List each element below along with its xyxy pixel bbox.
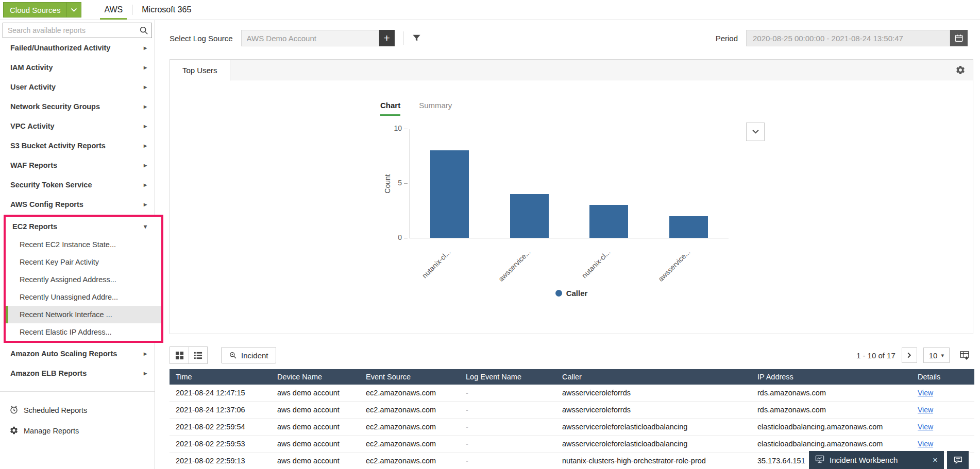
sidebar-subitem-recent-ec2-instance-state[interactable]: Recent EC2 Instance State... xyxy=(6,236,161,253)
sidebar-item-label: EC2 Reports xyxy=(12,222,57,231)
cell-log-event-name: - xyxy=(460,436,556,453)
chevron-right-icon: ▸ xyxy=(144,103,147,110)
table-row: 2021-08-24 12:47:15aws demo accountec2.a… xyxy=(170,385,974,402)
chat-button[interactable] xyxy=(947,451,969,469)
cell-caller: awsserviceroleforelasticloadbalancing xyxy=(556,419,751,436)
cell-caller: awsserviceroleforrds xyxy=(556,402,751,419)
sidebar-item-label: VPC Activity xyxy=(10,122,55,130)
cell-event-source: ec2.amazonaws.com xyxy=(360,453,460,469)
cell-event-source: ec2.amazonaws.com xyxy=(360,385,460,402)
list-icon xyxy=(194,351,202,360)
sidebar-item-amazon-auto-scaling-reports[interactable]: Amazon Auto Scaling Reports▸ xyxy=(0,344,155,363)
sidebar-item-security-token-service[interactable]: Security Token Service▸ xyxy=(0,175,155,195)
sidebar-item-label: Amazon ELB Reports xyxy=(10,369,87,377)
sidebar-subitem-recent-elastic-ip-address[interactable]: Recent Elastic IP Address... xyxy=(6,323,161,341)
report-category-list: Failed/Unauthorized Activity▸IAM Activit… xyxy=(0,38,155,383)
panel-settings-gear-icon[interactable] xyxy=(955,65,966,75)
chevron-down-icon xyxy=(752,129,759,135)
sidebar-item-label: S3 Bucket Activity Reports xyxy=(10,142,106,150)
cell-ip-address: rds.amazonaws.com xyxy=(751,402,911,419)
export-button[interactable] xyxy=(956,348,973,363)
chevron-right-icon: ▸ xyxy=(144,64,147,71)
search-icon[interactable] xyxy=(136,26,151,35)
column-header-caller: Caller xyxy=(556,369,751,385)
chevron-right-icon: ▸ xyxy=(144,201,147,208)
tab-microsoft-365[interactable]: Microsoft 365 xyxy=(132,0,200,20)
pagination: 1 - 10 of 17 10 ▾ xyxy=(856,348,973,363)
top-bar: Cloud Sources AWS Microsoft 365 xyxy=(0,0,980,20)
tab-top-users[interactable]: Top Users xyxy=(170,60,230,81)
search-input[interactable] xyxy=(3,26,136,34)
log-source-input[interactable] xyxy=(241,30,379,46)
filter-icon[interactable] xyxy=(412,33,421,43)
sidebar-item-label: AWS Config Reports xyxy=(10,200,83,209)
bar-3-nutanix-cl[interactable] xyxy=(589,205,628,238)
sidebar-item-failed-unauthorized-activity[interactable]: Failed/Unauthorized Activity▸ xyxy=(0,38,155,58)
cell-log-event-name: - xyxy=(460,419,556,436)
period-input[interactable] xyxy=(746,30,950,46)
cloud-sources-label: Cloud Sources xyxy=(4,3,66,17)
sidebar-subitem-recent-network-interface[interactable]: Recent Network Interface ... xyxy=(6,306,161,323)
cell-time: 2021-08-02 22:59:54 xyxy=(170,419,271,436)
cell-ip-address: rds.amazonaws.com xyxy=(751,385,911,402)
cell-ip-address: elasticloadbalancing.amazonaws.com xyxy=(751,419,911,436)
sidebar-footer: Scheduled Reports Manage Reports xyxy=(0,391,155,441)
sidebar-item-label: User Activity xyxy=(10,83,56,91)
sidebar-subitem-recent-key-pair-activity[interactable]: Recent Key Pair Activity xyxy=(6,253,161,271)
sidebar-item-iam-activity[interactable]: IAM Activity▸ xyxy=(0,58,155,77)
view-link[interactable]: View xyxy=(918,440,933,448)
cell-time: 2021-08-24 12:37:06 xyxy=(170,402,271,419)
sidebar-item-amazon-elb-reports[interactable]: Amazon ELB Reports▸ xyxy=(0,363,155,383)
cell-device-name: aws demo account xyxy=(271,419,360,436)
grid-view-button[interactable] xyxy=(170,347,189,363)
sidebar-item-aws-config-reports[interactable]: AWS Config Reports▸ xyxy=(0,195,155,214)
view-link[interactable]: View xyxy=(918,406,933,414)
tab-chart[interactable]: Chart xyxy=(380,101,400,116)
cell-device-name: aws demo account xyxy=(271,402,360,419)
sidebar-subitem-recently-assigned-address[interactable]: Recently Assigned Address... xyxy=(6,271,161,288)
cloud-sources-dropdown[interactable]: Cloud Sources xyxy=(3,2,81,18)
chevron-right-icon: ▸ xyxy=(144,350,147,357)
chart-options-dropdown[interactable] xyxy=(746,123,765,141)
sidebar-item-vpc-activity[interactable]: VPC Activity▸ xyxy=(0,116,155,136)
chart-container: Chart Summary Count 0510 nutanix-cl...aw… xyxy=(373,101,770,299)
tab-aws[interactable]: AWS xyxy=(95,0,132,20)
sidebar-subitem-recently-unassigned-addre[interactable]: Recently Unassigned Addre... xyxy=(6,288,161,306)
close-icon[interactable]: × xyxy=(933,455,938,465)
sidebar-item-label: Failed/Unauthorized Activity xyxy=(10,44,110,52)
bar-2-awsservice[interactable] xyxy=(510,194,549,238)
export-table-icon xyxy=(959,350,970,360)
sidebar-item-waf-reports[interactable]: WAF Reports▸ xyxy=(0,155,155,175)
view-toggle-group xyxy=(170,346,208,364)
incident-label: Incident xyxy=(241,351,268,360)
add-log-source-button[interactable]: + xyxy=(379,30,395,46)
sidebar-item-s3-bucket-activity-reports[interactable]: S3 Bucket Activity Reports▸ xyxy=(0,136,155,155)
incident-workbench-bar[interactable]: Incident Workbench × xyxy=(809,451,944,469)
sidebar-item-user-activity[interactable]: User Activity▸ xyxy=(0,77,155,97)
cell-ip-address: elasticloadbalancing.amazonaws.com xyxy=(751,436,911,453)
sidebar-item-scheduled-reports[interactable]: Scheduled Reports xyxy=(0,400,155,421)
report-panel: Top Users Chart Summary Count 0510 nutan… xyxy=(170,59,973,334)
table-row: 2021-08-24 12:37:06aws demo accountec2.a… xyxy=(170,402,974,419)
tab-summary[interactable]: Summary xyxy=(419,101,452,116)
list-view-button[interactable] xyxy=(189,347,207,363)
table-row: 2021-08-02 22:59:53aws demo accountec2.a… xyxy=(170,436,974,453)
page-size-dropdown[interactable]: 10 ▾ xyxy=(923,348,950,363)
incident-button[interactable]: Incident xyxy=(221,347,276,363)
sidebar-item-manage-reports[interactable]: Manage Reports xyxy=(0,421,155,441)
view-link[interactable]: View xyxy=(918,389,933,397)
bar-1-nutanix-cl[interactable] xyxy=(430,150,469,238)
column-header-time: Time xyxy=(170,369,271,385)
cell-event-source: ec2.amazonaws.com xyxy=(360,436,460,453)
sidebar-item-ec2-reports[interactable]: EC2 Reports▾ xyxy=(6,217,161,236)
log-source-label: Select Log Source xyxy=(170,34,233,43)
next-page-button[interactable] xyxy=(902,348,917,363)
cell-device-name: aws demo account xyxy=(271,453,360,469)
view-link[interactable]: View xyxy=(918,423,933,431)
cell-event-source: ec2.amazonaws.com xyxy=(360,402,460,419)
ec2-reports-group: EC2 Reports▾Recent EC2 Instance State...… xyxy=(4,215,163,343)
calendar-button[interactable] xyxy=(950,30,968,46)
incident-workbench-label: Incident Workbench xyxy=(830,456,898,464)
bar-4-awsservice[interactable] xyxy=(669,216,708,238)
sidebar-item-network-security-groups[interactable]: Network Security Groups▸ xyxy=(0,97,155,116)
